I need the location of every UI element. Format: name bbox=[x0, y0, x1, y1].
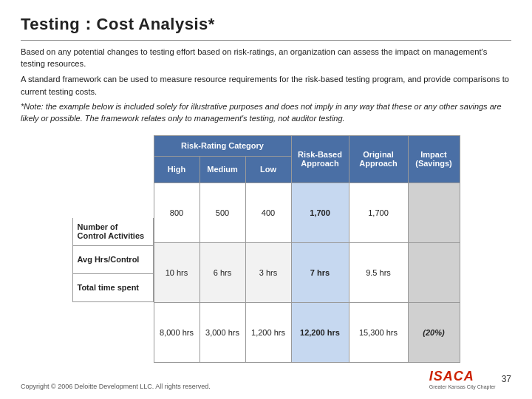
cell-low-2: 1,200 hrs bbox=[245, 302, 291, 362]
logo-name: ISACA bbox=[429, 369, 474, 383]
data-table: Risk-Rating Category Risk-Based Approach… bbox=[154, 135, 460, 363]
logo-area: ISACA Greater Kansas City Chapter 37 bbox=[429, 369, 511, 390]
cell-low-1: 3 hrs bbox=[245, 242, 291, 302]
cell-impact-2: (20%) bbox=[408, 302, 460, 362]
row-label-1: Avg Hrs/Control bbox=[72, 246, 154, 274]
footer: Copyright © 2006 Deloitte Development LL… bbox=[21, 367, 511, 390]
row-label-0: Number of Control Activities bbox=[72, 218, 154, 246]
page-number: 37 bbox=[502, 374, 511, 384]
cell-high-2: 8,000 hrs bbox=[154, 302, 200, 362]
table-wrapper: Number of Control Activities Avg Hrs/Con… bbox=[21, 135, 511, 363]
header-low: Low bbox=[245, 156, 291, 183]
logo-subtitle: Greater Kansas City Chapter bbox=[429, 384, 496, 390]
table-row: 8,000 hrs 3,000 hrs 1,200 hrs 12,200 hrs… bbox=[154, 302, 460, 362]
cell-low-0: 400 bbox=[245, 183, 291, 242]
cell-original-1: 9.5 hrs bbox=[349, 242, 408, 302]
row-labels: Number of Control Activities Avg Hrs/Con… bbox=[72, 177, 154, 363]
paragraph-2: A standard framework can be used to meas… bbox=[21, 73, 511, 97]
header-original: Original Approach bbox=[349, 135, 408, 183]
header-impact: Impact (Savings) bbox=[408, 135, 460, 183]
title-divider bbox=[21, 40, 511, 41]
cell-high-0: 800 bbox=[154, 183, 200, 242]
cell-high-1: 10 hrs bbox=[154, 242, 200, 302]
cell-riskbased-1: 7 hrs bbox=[291, 242, 349, 302]
cell-medium-0: 500 bbox=[200, 183, 245, 242]
cell-impact-0 bbox=[408, 183, 460, 242]
row-label-2: Total time spent bbox=[72, 274, 154, 302]
table-row: 10 hrs 6 hrs 3 hrs 7 hrs 9.5 hrs bbox=[154, 242, 460, 302]
cell-medium-2: 3,000 hrs bbox=[200, 302, 245, 362]
page-title: Testing：Cost Analysis* bbox=[21, 13, 511, 35]
header-riskbased: Risk-Based Approach bbox=[291, 135, 349, 183]
cell-original-2: 15,300 hrs bbox=[349, 302, 408, 362]
table-row: 800 500 400 1,700 1,700 bbox=[154, 183, 460, 242]
copyright-text: Copyright © 2006 Deloitte Development LL… bbox=[21, 383, 211, 390]
isaca-logo: ISACA Greater Kansas City Chapter bbox=[429, 369, 496, 390]
cell-riskbased-2: 12,200 hrs bbox=[291, 302, 349, 362]
header-medium: Medium bbox=[200, 156, 245, 183]
header-high: High bbox=[154, 156, 200, 183]
cell-riskbased-0: 1,700 bbox=[291, 183, 349, 242]
paragraph-1: Based on any potential changes to testin… bbox=[21, 46, 511, 69]
page: Testing：Cost Analysis* Based on any pote… bbox=[0, 0, 532, 399]
header-risk-rating: Risk-Rating Category bbox=[154, 135, 291, 156]
note-text: *Note: the example below is included sol… bbox=[21, 101, 511, 125]
cell-original-0: 1,700 bbox=[349, 183, 408, 242]
cell-impact-1 bbox=[408, 242, 460, 302]
cell-medium-1: 6 hrs bbox=[200, 242, 245, 302]
